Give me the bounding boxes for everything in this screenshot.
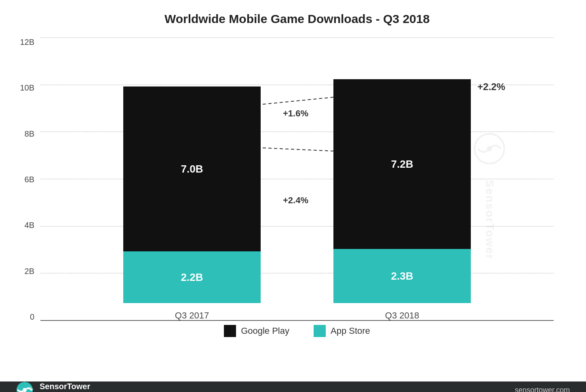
sensortower-watermark: SensorTower [450, 133, 529, 226]
bar-appstore-2018: 2.3B [333, 249, 471, 303]
legend: Google Play App Store [40, 325, 554, 341]
footer-url: sensortower.com [515, 386, 570, 392]
y-label-6b: 6B [12, 175, 34, 183]
watermark-text: SensorTower [483, 180, 496, 259]
legend-app-store-label: App Store [331, 326, 370, 336]
plot-area: 0 2B 4B 6B 8B 10B 12B [40, 38, 554, 321]
y-label-4b: 4B [12, 221, 34, 229]
y-label-0: 0 [12, 313, 34, 321]
appstore-2018-label: 2.3B [391, 270, 413, 282]
x-label-q3-2018: Q3 2018 [385, 310, 419, 321]
footer: SensorTower Data That Drives App Growth … [0, 381, 586, 392]
footer-brand: SensorTower Data That Drives App Growth [40, 382, 124, 392]
watermark-logo [473, 133, 506, 165]
chart-area: Worldwide Mobile Game Downloads - Q3 201… [0, 0, 586, 381]
footer-logo-icon [16, 381, 33, 392]
chart-title: Worldwide Mobile Game Downloads - Q3 201… [40, 12, 554, 26]
bar-appstore-2017: 2.2B [123, 251, 261, 303]
footer-left: SensorTower Data That Drives App Growth [16, 381, 124, 392]
bar-group-q3-2017: 2.2B 7.0B Q3 2017 [123, 86, 261, 321]
google-2018-label: 7.2B [391, 158, 413, 171]
appstore-growth-annotation: +1.6% [283, 108, 308, 119]
legend-google-play: Google Play [224, 325, 289, 337]
y-axis: 0 2B 4B 6B 8B 10B 12B [12, 38, 34, 321]
y-label-12b: 12B [12, 38, 34, 46]
y-label-10b: 10B [12, 84, 34, 92]
total-growth-annotation: +2.2% [477, 81, 505, 93]
footer-brand-name: SensorTower [40, 382, 124, 391]
bar-google-2017: 7.0B [123, 86, 261, 251]
bar-stack-q3-2017: 2.2B 7.0B [123, 86, 261, 303]
legend-google-play-swatch [224, 325, 236, 337]
legend-app-store: App Store [314, 325, 370, 337]
appstore-2017-label: 2.2B [181, 271, 203, 284]
chart-container: Worldwide Mobile Game Downloads - Q3 201… [0, 0, 586, 392]
legend-app-store-swatch [314, 325, 326, 337]
y-label-8b: 8B [12, 130, 34, 138]
y-label-2b: 2B [12, 267, 34, 275]
legend-google-play-label: Google Play [241, 326, 289, 336]
google-growth-annotation: +2.4% [283, 195, 308, 206]
google-2017-label: 7.0B [181, 163, 203, 175]
x-label-q3-2017: Q3 2017 [175, 310, 209, 321]
